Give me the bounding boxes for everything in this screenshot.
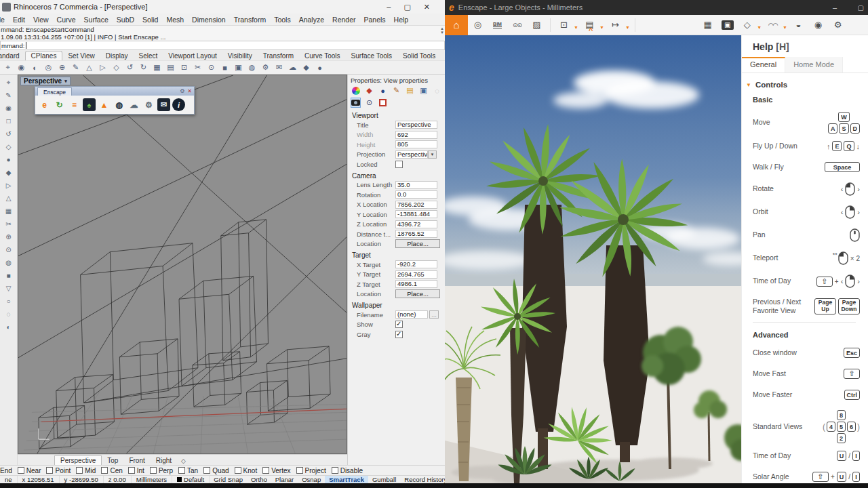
osnap-int[interactable]: Int [128, 467, 144, 474]
tab-visibility[interactable]: Visibility [222, 52, 258, 60]
menu-help[interactable]: Help [390, 16, 413, 24]
perspective-viewport[interactable]: Perspective ▾ [18, 75, 347, 454]
menu-file[interactable]: File [0, 16, 9, 24]
controls-section-header[interactable]: ▼ Controls [753, 81, 860, 89]
mini-map-button[interactable]: ▦ [698, 15, 717, 35]
cloud-upload-icon[interactable]: ☁ [127, 98, 140, 111]
menu-dimension[interactable]: Dimension [188, 16, 230, 24]
side-toolbar-icon[interactable]: ▽ [3, 283, 14, 294]
wallpaper-icon[interactable] [378, 98, 388, 108]
upload-management-icon[interactable]: ⚙ [142, 98, 155, 111]
cycle-icon[interactable]: ◌ [432, 85, 442, 96]
side-toolbar-icon[interactable]: ◍ [3, 257, 14, 268]
tab-solid-tools[interactable]: Solid Tools [397, 52, 441, 60]
menu-mesh[interactable]: Mesh [162, 16, 188, 24]
side-toolbar-icon[interactable]: ◐ [3, 321, 14, 333]
toolbar-icon[interactable]: ◍ [246, 62, 258, 73]
synchronize-icon[interactable]: ↻ [53, 98, 66, 111]
toolbar-icon[interactable]: △ [83, 62, 95, 73]
toolbar-icon[interactable]: ● [314, 62, 326, 73]
toolbar-icon[interactable]: ✂ [192, 62, 203, 73]
checkbox[interactable] [101, 467, 108, 474]
toggle-smarttrack[interactable]: SmartTrack [325, 476, 368, 483]
side-toolbar-icon[interactable]: ▦ [3, 205, 14, 217]
menu-render[interactable]: Render [328, 16, 359, 24]
side-toolbar-icon[interactable]: ◆ [3, 167, 14, 178]
archive-icon[interactable]: ▣ [418, 85, 429, 96]
checkbox[interactable] [76, 467, 83, 474]
home-button[interactable]: ⌂ [445, 15, 468, 35]
gray-checkbox[interactable] [395, 331, 403, 338]
enscape-titlebar[interactable]: e Enscape - Large Objects - Millimeters … [445, 0, 868, 15]
side-toolbar-icon[interactable]: ◉ [3, 102, 14, 114]
toolbar-icon[interactable]: ▷ [97, 62, 108, 73]
place-target-button[interactable]: Place... [395, 289, 440, 298]
browse-button[interactable]: … [429, 310, 439, 319]
minimize-button[interactable]: – [387, 3, 391, 12]
enscape-logo-icon[interactable]: e [38, 98, 51, 111]
viewport-title-chip[interactable]: Perspective ▾ [20, 77, 71, 85]
close-icon[interactable]: ✕ [187, 88, 192, 94]
checkbox[interactable] [262, 467, 269, 474]
side-toolbar-icon[interactable]: ✂ [3, 218, 14, 230]
white-mode-button[interactable]: ◇ [737, 15, 757, 35]
command-scrollbar[interactable]: ▲▼ [440, 26, 444, 35]
toggle-osnap[interactable]: Osnap [298, 476, 325, 483]
place-camera-button[interactable]: Place... [395, 239, 440, 248]
visual-settings-button[interactable]: ▣ [717, 15, 737, 35]
chevron-down-icon[interactable]: ▼ [574, 25, 578, 30]
osnap-cen[interactable]: Cen [101, 467, 122, 474]
units-cell[interactable]: Millimeters [132, 476, 172, 483]
tab-curve-tools[interactable]: Curve Tools [299, 52, 346, 60]
menu-curve[interactable]: Curve [53, 16, 80, 24]
menu-subd[interactable]: SubD [113, 16, 138, 24]
osnap-perp[interactable]: Perp [150, 467, 173, 474]
toggle-planar[interactable]: Planar [271, 476, 298, 483]
tab-transform[interactable]: Transform [258, 52, 299, 60]
toolbar-icon[interactable]: ⊡ [178, 62, 190, 73]
checkbox[interactable] [296, 467, 303, 474]
side-toolbar-icon[interactable]: ⊕ [3, 231, 14, 243]
menu-transform[interactable]: Transform [230, 16, 270, 24]
tab-set-view[interactable]: Set View [62, 52, 100, 60]
view-management-button[interactable]: ⊙⊙ [507, 15, 527, 35]
osnap-project[interactable]: Project [296, 467, 326, 474]
material-library-icon[interactable]: ▲ [98, 98, 111, 111]
rhino-titlebar[interactable]: Rhinoceros 7 Commercia - [Perspective] –… [0, 0, 445, 14]
locked-checkbox[interactable] [395, 161, 403, 168]
checkbox[interactable] [178, 467, 185, 474]
close-button[interactable]: ✕ [424, 3, 430, 12]
screenshot-button[interactable]: ⊡ [554, 15, 574, 35]
checkbox[interactable] [128, 467, 135, 474]
property-value[interactable]: 35.0 [395, 181, 437, 189]
side-toolbar-icon[interactable]: ◌ [3, 308, 14, 320]
osnap-vertex[interactable]: Vertex [262, 467, 290, 474]
gear-icon[interactable]: ⚙ [180, 88, 184, 94]
add-viewport-icon[interactable]: ◇ [177, 457, 190, 465]
command-input[interactable]: mmand: [0, 41, 445, 50]
menu-view[interactable]: View [29, 16, 53, 24]
toolbar-icon[interactable]: ✎ [70, 62, 81, 73]
side-toolbar-icon[interactable]: ▷ [3, 180, 14, 191]
chevron-down-icon[interactable]: ▼ [625, 25, 630, 30]
menu-analyze[interactable]: Analyze [295, 16, 328, 24]
toolbar-icon[interactable]: ☁ [287, 62, 298, 73]
side-toolbar-icon[interactable]: △ [3, 192, 14, 204]
side-toolbar-icon[interactable]: ◇ [3, 141, 14, 152]
osnap-near[interactable]: Near [18, 467, 41, 474]
toggle-record-history[interactable]: Record History [400, 476, 445, 483]
side-toolbar-icon[interactable]: ↺ [3, 128, 14, 140]
toolbar-icon[interactable]: ◇ [111, 62, 122, 73]
osnap-end[interactable]: End [0, 467, 12, 474]
texture-mapping-icon[interactable]: ● [378, 85, 388, 96]
menu-edit[interactable]: Edit [9, 16, 29, 24]
side-toolbar-icon[interactable]: ⌖ [3, 77, 14, 88]
wireframe-scene[interactable] [18, 75, 347, 453]
material-icon[interactable]: ◆ [364, 85, 374, 96]
property-value[interactable]: 4396.72 [395, 220, 437, 228]
side-toolbar-icon[interactable]: ⊙ [3, 244, 14, 256]
minimize-button[interactable]: – [833, 3, 837, 12]
side-toolbar-icon[interactable]: ✎ [3, 89, 14, 101]
collapse-toolbar-chevron[interactable]: ^ [589, 26, 593, 35]
checkbox[interactable] [150, 467, 157, 474]
